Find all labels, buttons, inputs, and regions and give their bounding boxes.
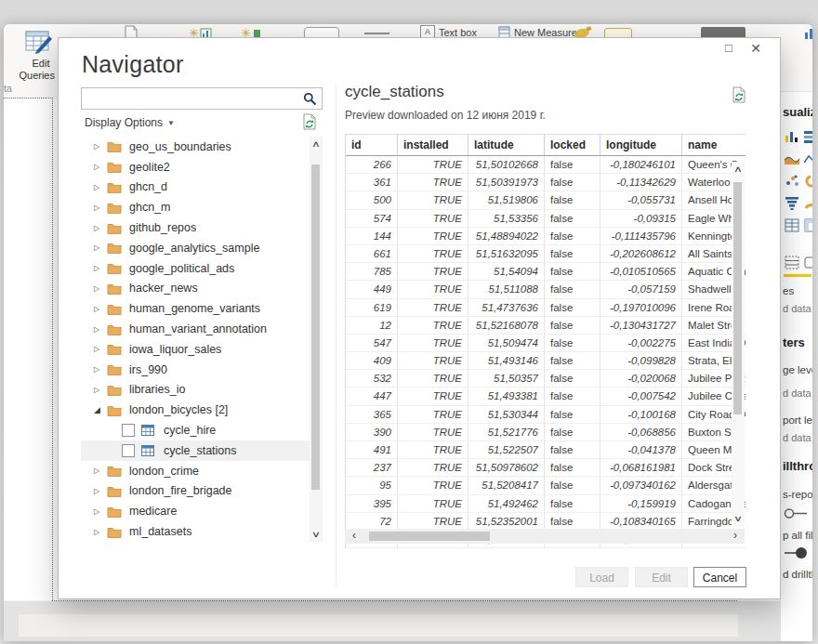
matrix-viz-icon[interactable] (804, 218, 812, 232)
cell-latitude: 51,509474 (468, 335, 545, 351)
cell-id: 390 (346, 424, 398, 440)
expand-icon[interactable]: ▷ (94, 264, 107, 272)
table-row: 12TRUE51,52168078false-0,130431727Malet … (346, 317, 745, 335)
tree-dataset-row[interactable]: ▷ghcn_m (81, 197, 310, 217)
table-row: 395TRUE51,492462false-0,159919Cadogan Ga (346, 495, 745, 513)
tree-dataset-row[interactable]: ▷ml_datasets (81, 521, 310, 542)
tree-dataset-row[interactable]: ▷london_fire_brigade (81, 481, 310, 502)
expand-icon[interactable]: ▷ (94, 528, 107, 536)
expand-icon[interactable]: ▷ (94, 183, 107, 191)
format-tab-icon[interactable] (804, 256, 812, 269)
area-chart-viz-icon[interactable] (785, 151, 800, 165)
display-options-dropdown[interactable]: Display Options▼ (85, 116, 175, 129)
cell-id: 365 (346, 406, 398, 423)
expand-icon[interactable]: ▷ (94, 224, 107, 232)
table-checkbox[interactable] (122, 424, 135, 437)
stacked-bar-viz-icon[interactable] (804, 129, 812, 143)
active-tab-indicator (784, 274, 811, 277)
expand-icon[interactable]: ▷ (94, 284, 107, 293)
tree-scrollbar[interactable]: ∧ ∨ (310, 137, 323, 542)
collapse-icon[interactable]: ◢ (94, 405, 107, 414)
tree-dataset-row[interactable]: ▷london_crime (81, 461, 310, 481)
cell-locked: false (545, 495, 600, 512)
expand-icon[interactable]: ▷ (94, 204, 107, 212)
gauge-viz-icon[interactable] (804, 196, 812, 210)
expand-icon[interactable]: ▷ (94, 163, 107, 171)
table-row: 390TRUE51,521776false-0,068856Buxton Str… (346, 424, 745, 441)
cell-id: 619 (346, 299, 398, 316)
edit-queries-icon[interactable] (23, 29, 53, 55)
line-chart-viz-icon[interactable] (804, 151, 812, 165)
add-data-fields-fragment-3: d data fi (783, 432, 812, 443)
scroll-right-icon[interactable]: › (728, 529, 743, 544)
canvas-dotted-border-top (4, 98, 53, 99)
close-button[interactable]: ✕ (747, 40, 764, 57)
keep-all-filters-toggle-on[interactable] (784, 546, 808, 558)
column-header-name: name (682, 135, 745, 155)
scroll-up-icon[interactable]: ∧ (307, 137, 326, 151)
donut-viz-icon[interactable] (804, 174, 812, 188)
cell-longitude: -0,068161981 (600, 459, 682, 476)
cross-report-toggle-off[interactable] (784, 506, 808, 518)
scroll-left-icon[interactable]: ‹ (347, 529, 362, 544)
tree-dataset-row[interactable]: ◢london_bicycles [2] (81, 400, 310, 420)
expand-icon[interactable]: ▷ (94, 507, 107, 516)
expand-icon[interactable]: ▷ (94, 305, 107, 313)
scatter-viz-icon[interactable] (785, 174, 800, 188)
report-level-filters-fragment: port lev (783, 414, 812, 426)
expand-icon[interactable]: ▷ (94, 325, 107, 334)
funnel-viz-icon[interactable] (785, 196, 800, 210)
scroll-down-icon[interactable]: ∨ (307, 527, 326, 542)
search-input[interactable] (86, 89, 301, 108)
tree-dataset-row[interactable]: ▷hacker_news (81, 279, 310, 299)
table-vertical-scrollbar[interactable]: ∧ ∨ (732, 162, 745, 526)
tree-dataset-row[interactable]: ▷google_analytics_sample (81, 238, 310, 258)
cell-longitude: -0,010510565 (600, 263, 682, 280)
table-scrollbar-thumb[interactable] (733, 182, 742, 414)
tree-table-row[interactable]: cycle_hire (81, 420, 310, 440)
tree-scrollbar-thumb[interactable] (311, 164, 320, 490)
refresh-tree-icon[interactable] (302, 113, 317, 130)
scroll-down-icon[interactable]: ∨ (729, 511, 748, 526)
tree-item-label: irs_990 (129, 363, 167, 376)
table-horizontal-scrollbar[interactable]: ‹ › (345, 529, 745, 544)
expand-icon[interactable]: ▷ (94, 142, 107, 151)
tree-dataset-row[interactable]: ▷irs_990 (81, 360, 310, 380)
expand-icon[interactable]: ▷ (94, 243, 107, 252)
cancel-button[interactable]: Cancel (693, 567, 746, 587)
expand-icon[interactable]: ▷ (94, 365, 107, 374)
expand-icon[interactable]: ▷ (94, 345, 107, 353)
cell-id: 661 (346, 245, 398, 262)
tree-dataset-row[interactable]: ▷ghcn_d (81, 177, 310, 198)
table-row: 409TRUE51,493146false-0,099828Strata, El… (346, 352, 745, 370)
page-tab-strip (19, 614, 738, 637)
hscrollbar-thumb[interactable] (369, 532, 490, 541)
tree-dataset-row[interactable]: ▷medicare (81, 501, 310, 521)
tree-dataset-row[interactable]: ▷github_repos (81, 217, 310, 238)
tree-table-row[interactable]: cycle_stations (81, 440, 310, 461)
maximize-button[interactable]: □ (720, 40, 737, 57)
tree-dataset-row[interactable]: ▷libraries_io (81, 380, 310, 401)
table-viz-icon[interactable] (785, 218, 800, 232)
refresh-preview-icon[interactable] (732, 86, 746, 103)
tree-dataset-row[interactable]: ▷geolite2 (81, 157, 310, 177)
tree-dataset-row[interactable]: ▷human_genome_variants (81, 298, 310, 319)
fields-well-icon[interactable] (785, 256, 800, 269)
scroll-up-icon[interactable]: ∧ (729, 162, 748, 177)
cell-installed: TRUE (398, 388, 468, 404)
tree-dataset-row[interactable]: ▷google_political_ads (81, 258, 310, 279)
table-checkbox[interactable] (122, 444, 135, 457)
tree-dataset-row[interactable]: ▷iowa_liquor_sales (81, 339, 310, 360)
column-chart-ribbon-icon[interactable] (805, 25, 812, 44)
search-icon[interactable] (303, 92, 317, 110)
expand-icon[interactable]: ▷ (94, 487, 107, 495)
load-button[interactable]: Load (575, 567, 628, 587)
expand-icon[interactable]: ▷ (94, 467, 107, 475)
line-shape-icon[interactable] (364, 33, 389, 34)
tree-dataset-row[interactable]: ▷human_variant_annotation (81, 319, 310, 339)
expand-icon[interactable]: ▷ (94, 386, 107, 394)
bar-chart-viz-icon[interactable] (785, 129, 800, 143)
tree-dataset-row[interactable]: ▷geo_us_boundaries (81, 137, 310, 157)
cell-locked: false (545, 210, 600, 227)
edit-button[interactable]: Edit (635, 567, 688, 587)
